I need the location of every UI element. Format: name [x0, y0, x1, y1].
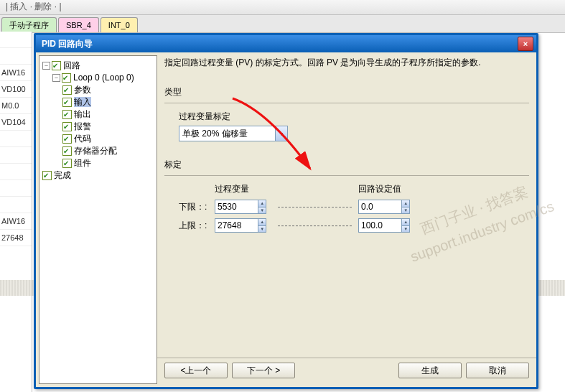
pv-scale-combo[interactable]: 单极 20% 偏移量 ▼ [179, 126, 288, 141]
col-sp: 回路设定值 [358, 183, 416, 195]
pv-high-input[interactable] [215, 219, 258, 232]
down-icon[interactable]: ▼ [258, 207, 266, 214]
sp-high-spinner[interactable]: ▲▼ [358, 218, 410, 233]
tree-item-params[interactable]: 参数 [62, 84, 154, 95]
col-pv: 过程变量 [215, 183, 272, 195]
tab-int0[interactable]: INT_0 [101, 17, 138, 32]
dash: --------------------- [272, 202, 358, 212]
pv-high-spinner[interactable]: ▲▼ [215, 218, 266, 233]
pv-low-input[interactable] [215, 200, 258, 213]
high-label: 上限：: [179, 220, 215, 232]
tree-item-code[interactable]: 代码 [62, 133, 154, 144]
down-icon[interactable]: ▼ [401, 207, 409, 214]
up-icon[interactable]: ▲ [401, 219, 409, 225]
tree-done[interactable]: 完成 [42, 169, 154, 181]
dialog-titlebar: PID 回路向导 × [36, 35, 536, 52]
chevron-down-icon: ▼ [275, 126, 287, 141]
pv-low-spinner[interactable]: ▲▼ [215, 200, 266, 214]
tab-sbr4[interactable]: SBR_4 [58, 17, 99, 32]
section-type-header: 类型 [164, 86, 529, 98]
up-icon[interactable]: ▲ [401, 200, 409, 207]
generate-button[interactable]: 生成 [398, 363, 462, 378]
tab-manual-sub[interactable]: 手动子程序 [1, 17, 57, 32]
pv-scale-label: 过程变量标定 [179, 111, 529, 123]
wizard-button-bar: <上一个 下一个 > 生成 取消 [157, 358, 536, 383]
tree-item-input[interactable]: 输入 [62, 96, 154, 108]
pid-wizard-dialog: PID 回路向导 × −回路 −Loop 0 (Loop 0) 参数 输入 [34, 33, 538, 389]
dash: --------------------- [272, 220, 358, 230]
tree-item-memory[interactable]: 存储器分配 [62, 145, 154, 157]
close-button[interactable]: × [518, 37, 533, 51]
down-icon[interactable]: ▼ [401, 225, 409, 233]
sp-high-input[interactable] [359, 219, 401, 232]
down-icon[interactable]: ▼ [258, 225, 266, 233]
next-button[interactable]: 下一个 > [232, 363, 295, 378]
description-text: 指定回路过程变量 (PV) 的标定方式。回路 PV 是为向导生成的子程序所指定的… [164, 57, 529, 69]
tree-item-component[interactable]: 组件 [62, 157, 154, 169]
prev-button[interactable]: <上一个 [164, 363, 228, 378]
up-icon[interactable]: ▲ [258, 200, 266, 207]
wizard-tree: −回路 −Loop 0 (Loop 0) 参数 输入 输出 报警 代码 [42, 60, 154, 181]
ladder-gutter: AIW16VD100 M0.0VD104 AIW16 27648 [0, 32, 32, 392]
cancel-button[interactable]: 取消 [466, 363, 529, 378]
low-label: 下限：: [179, 201, 215, 213]
tree-item-output[interactable]: 输出 [62, 108, 154, 120]
tree-root-loop[interactable]: −回路 −Loop 0 (Loop 0) 参数 输入 输出 报警 代码 [42, 60, 154, 169]
tree-loop0[interactable]: −Loop 0 (Loop 0) 参数 输入 输出 报警 代码 存储器分配 组件 [52, 72, 154, 169]
toolbar-text: | 插入 · 删除 · | [6, 1, 62, 13]
tree-item-alarm[interactable]: 报警 [62, 121, 154, 132]
sp-low-input[interactable] [359, 200, 401, 213]
up-icon[interactable]: ▲ [258, 219, 266, 225]
wizard-tree-pane: −回路 −Loop 0 (Loop 0) 参数 输入 输出 报警 代码 [39, 55, 157, 384]
wizard-detail-pane: 指定回路过程变量 (PV) 的标定方式。回路 PV 是为向导生成的子程序所指定的… [157, 52, 536, 387]
editor-tabstrip: 手动子程序 SBR_4 INT_0 [0, 15, 565, 33]
pv-scale-value: 单极 20% 偏移量 [179, 128, 275, 140]
section-scale-header: 标定 [164, 159, 529, 171]
app-toolbar: | 插入 · 删除 · | [0, 0, 565, 15]
sp-low-spinner[interactable]: ▲▼ [358, 200, 410, 214]
dialog-title: PID 回路向导 [39, 38, 518, 50]
